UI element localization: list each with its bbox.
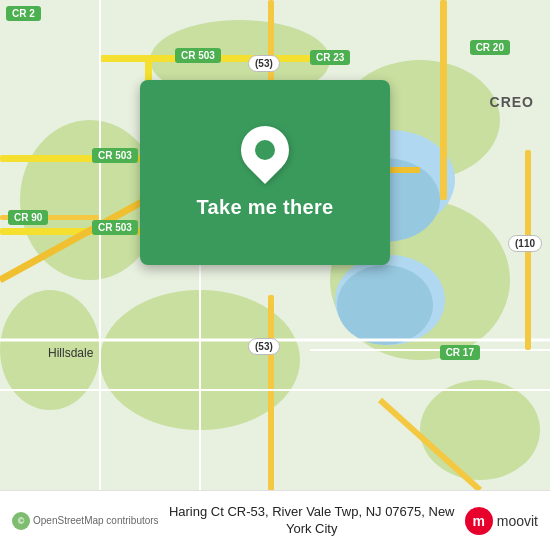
badge-r110: (110 [508, 235, 542, 252]
svg-rect-22 [268, 295, 274, 490]
address-display: Haring Ct CR-53, River Vale Twp, NJ 0767… [159, 504, 465, 538]
cta-button[interactable]: Take me there [140, 80, 390, 265]
badge-cr503-mid: CR 503 [92, 220, 138, 235]
badge-cr503-left: CR 503 [92, 148, 138, 163]
bottom-bar: © OpenStreetMap contributors Haring Ct C… [0, 490, 550, 550]
osm-attribution: © OpenStreetMap contributors [12, 512, 159, 530]
badge-cr23: CR 23 [310, 50, 350, 65]
svg-point-11 [337, 265, 433, 345]
moovit-logo: m moovit [465, 507, 538, 535]
moovit-icon: m [465, 507, 493, 535]
badge-r53-top: (53) [248, 55, 280, 72]
badge-cr2: CR 2 [6, 6, 41, 21]
creo-watermark: CREO [490, 94, 534, 110]
hillsdale-label: Hillsdale [48, 346, 93, 360]
osm-icon: © [12, 512, 30, 530]
badge-cr20: CR 20 [470, 40, 510, 55]
location-pin-icon [231, 116, 299, 184]
svg-point-7 [420, 380, 540, 480]
moovit-text: moovit [497, 513, 538, 529]
map-container: Take me there CR 2 CR 503 CR 503 CR 503 … [0, 0, 550, 490]
osm-text: OpenStreetMap contributors [33, 515, 159, 526]
badge-cr503-top: CR 503 [175, 48, 221, 63]
badge-cr17: CR 17 [440, 345, 480, 360]
svg-rect-18 [440, 0, 447, 200]
badge-cr90: CR 90 [8, 210, 48, 225]
cta-label: Take me there [197, 196, 334, 219]
badge-r53-bottom: (53) [248, 338, 280, 355]
